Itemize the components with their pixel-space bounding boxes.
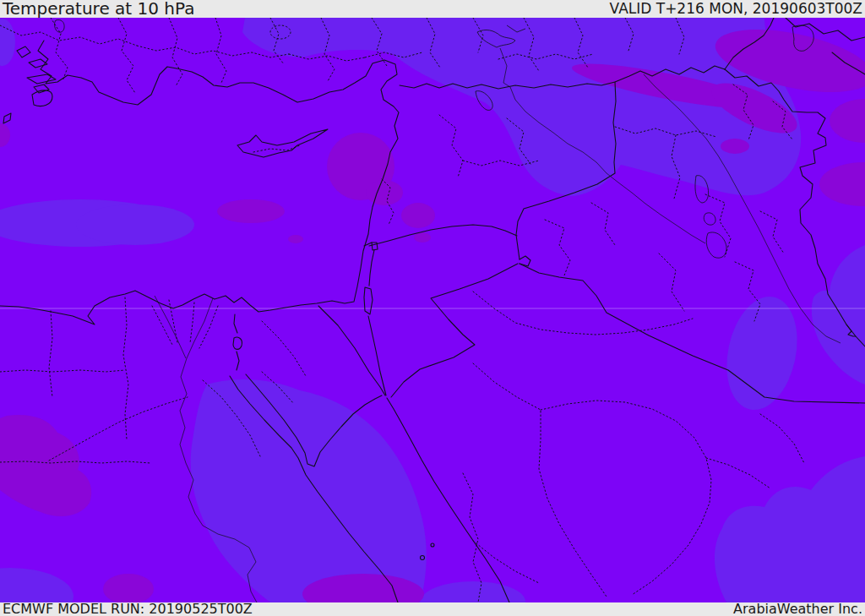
valid-time-label: VALID T+216 MON, 20190603T00Z <box>610 0 865 17</box>
temperature-map-canvas <box>0 18 865 602</box>
map-header-bar: Temperature at 10 hPa VALID T+216 MON, 2… <box>0 0 865 18</box>
brand-label: ArabiaWeather Inc. <box>733 602 865 616</box>
model-run-label: ECMWF MODEL RUN: 20190525T00Z <box>0 602 253 616</box>
map-footer-bar: ECMWF MODEL RUN: 20190525T00Z ArabiaWeat… <box>0 602 865 616</box>
map-title: Temperature at 10 hPa <box>0 0 194 18</box>
temperature-field <box>0 18 865 602</box>
weather-map-window: Temperature at 10 hPa VALID T+216 MON, 2… <box>0 0 865 616</box>
